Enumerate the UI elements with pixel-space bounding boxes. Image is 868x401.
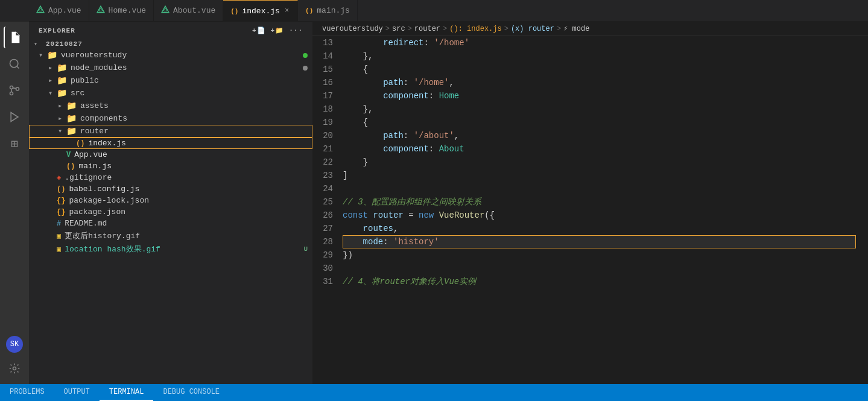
tree-label-components: components xyxy=(80,114,127,123)
activity-account-icon[interactable]: SK xyxy=(6,336,23,353)
tab-bar: App.vueHome.vueAbout.vue()index.js×()mai… xyxy=(0,0,868,22)
svg-point-8 xyxy=(10,86,13,89)
activity-git-icon[interactable] xyxy=(4,80,25,101)
line-num-13: 13 xyxy=(317,36,333,49)
folder-icon-vuerouterstudy: 📁 xyxy=(47,50,57,60)
tree-label-main-js-file: main.js xyxy=(78,162,112,171)
tree-item-main-js-file[interactable]: ()main.js xyxy=(29,160,312,172)
tab-about-vue[interactable]: About.vue xyxy=(154,0,223,22)
breadcrumb-router: router xyxy=(414,25,440,33)
activity-debug-icon[interactable] xyxy=(4,106,25,128)
tree-item-location-gif[interactable]: ▣location hash效果.gifU xyxy=(29,242,312,256)
line-num-14: 14 xyxy=(317,49,333,63)
tab-label-app-vue: App.vue xyxy=(48,6,81,15)
tree-label-index-js-file: index.js xyxy=(88,139,125,148)
line-num-17: 17 xyxy=(317,89,333,103)
line-num-18: 18 xyxy=(317,103,333,116)
file-icon-gitignore: ◈ xyxy=(57,173,61,182)
activity-bar: ⊞ SK xyxy=(0,22,29,384)
svg-point-10 xyxy=(16,87,19,90)
bottom-tab-terminal[interactable]: TERMINAL xyxy=(100,384,154,401)
tree-item-app-vue-file[interactable]: VApp.vue xyxy=(29,149,312,160)
svg-marker-2 xyxy=(97,6,104,13)
tree-label-vuerouterstudy: vuerouterstudy xyxy=(61,51,127,60)
explorer-label: EXPLORER xyxy=(39,27,75,34)
code-line-21: component: About xyxy=(343,142,856,156)
tree-item-readme[interactable]: #README.md xyxy=(29,218,312,229)
bottom-tab-debug-console[interactable]: DEBUG CONSOLE xyxy=(153,384,229,401)
tree-item-router[interactable]: ▾📁router xyxy=(29,125,312,137)
folder-icon-node_modules: 📁 xyxy=(57,63,67,73)
tab-app-vue[interactable]: App.vue xyxy=(29,0,89,22)
tree-item-assets[interactable]: ▸📁assets xyxy=(29,99,312,112)
bottom-tab-problems[interactable]: PROBLEMS xyxy=(0,384,54,401)
svg-marker-4 xyxy=(162,6,169,13)
line-num-26: 26 xyxy=(317,209,333,222)
tree-item-public[interactable]: ▸📁public xyxy=(29,74,312,87)
breadcrumb-router-var: (x) router xyxy=(511,25,554,33)
tree-item-gitignore[interactable]: ◈.gitignore xyxy=(29,172,312,183)
activity-extensions-icon[interactable]: ⊞ xyxy=(4,133,25,154)
code-line-14: }, xyxy=(343,49,856,63)
tab-label-home-vue: Home.vue xyxy=(109,6,146,15)
sidebar: EXPLORER +📄 +📁 ··· 20210827 ▾📁vuerouters… xyxy=(29,22,312,384)
modified-badge-location-gif: U xyxy=(303,245,308,253)
bottom-bar: PROBLEMSOUTPUTTERMINALDEBUG CONSOLE xyxy=(0,384,868,401)
tree-item-index-js-file[interactable]: ()index.js xyxy=(29,137,312,149)
tree-item-package-lock[interactable]: {}package-lock.json xyxy=(29,195,312,206)
tab-icon-home-vue xyxy=(97,5,105,16)
breadcrumb-vuerouterstudy: vuerouterstudy xyxy=(322,25,383,33)
tree-item-package-json[interactable]: {}package.json xyxy=(29,206,312,218)
line-num-21: 21 xyxy=(317,142,333,156)
file-icon-main-js-file: () xyxy=(66,162,75,171)
chevron-router: ▾ xyxy=(58,127,66,136)
line-num-30: 30 xyxy=(317,262,333,275)
new-folder-icon[interactable]: +📁 xyxy=(271,27,285,34)
code-line-20: path: '/about', xyxy=(343,129,856,142)
code-line-25: // 3、配置路由和组件之间映射关系 xyxy=(343,195,856,209)
code-line-17: component: Home xyxy=(343,89,856,103)
tree-item-src[interactable]: ▾📁src xyxy=(29,87,312,99)
code-lines: redirect: '/home' }, { path: '/home', co… xyxy=(343,36,868,384)
code-line-27: routes, xyxy=(343,222,856,235)
activity-search-icon[interactable] xyxy=(4,53,25,75)
breadcrumb-sep-3: > xyxy=(443,25,447,33)
editor-area: vuerouterstudy > src > router > (): inde… xyxy=(312,22,868,384)
folder-icon-router: 📁 xyxy=(66,126,77,136)
activity-files-icon[interactable] xyxy=(4,27,25,48)
tab-main-js[interactable]: ()main.js xyxy=(298,0,358,22)
breadcrumb-bar: vuerouterstudy > src > router > (): inde… xyxy=(312,22,868,36)
tree-label-node_modules: node_modules xyxy=(71,63,127,72)
tree-label-location-gif: location hash效果.gif xyxy=(65,244,160,254)
tab-index-js[interactable]: ()index.js× xyxy=(223,0,298,22)
tree-item-history-gif[interactable]: ▣更改后history.gif xyxy=(29,229,312,242)
code-line-15: { xyxy=(343,63,856,76)
svg-point-14 xyxy=(13,367,16,370)
code-line-31: // 4、将router对象传入Vue实例 xyxy=(343,275,856,288)
tree-item-babel-config[interactable]: ()babel.config.js xyxy=(29,183,312,195)
folder-icon-assets: 📁 xyxy=(66,101,77,111)
root-folder-label: 20210827 xyxy=(46,40,83,48)
code-container[interactable]: 13141516171819202122232425262728293031 r… xyxy=(312,36,868,384)
line-numbers: 13141516171819202122232425262728293031 xyxy=(312,36,343,384)
tab-icon-main-js: () xyxy=(305,6,313,15)
activity-settings-icon[interactable] xyxy=(4,358,25,379)
tab-icon-about-vue xyxy=(161,5,169,16)
code-line-22: } xyxy=(343,156,856,169)
sidebar-header: EXPLORER +📄 +📁 ··· xyxy=(29,22,312,39)
tree-item-node_modules[interactable]: ▸📁node_modules xyxy=(29,62,312,74)
line-num-22: 22 xyxy=(317,156,333,169)
dot-green-vuerouterstudy xyxy=(303,53,308,58)
tree-item-components[interactable]: ▸📁components xyxy=(29,112,312,125)
breadcrumb-sep-4: > xyxy=(504,25,508,33)
line-num-24: 24 xyxy=(317,182,333,195)
tab-close-index-js[interactable]: × xyxy=(284,5,290,16)
more-icon[interactable]: ··· xyxy=(289,27,303,34)
tree-item-vuerouterstudy[interactable]: ▾📁vuerouterstudy xyxy=(29,49,312,62)
line-num-29: 29 xyxy=(317,248,333,262)
tab-home-vue[interactable]: Home.vue xyxy=(89,0,154,22)
line-num-27: 27 xyxy=(317,222,333,235)
root-folder[interactable]: 20210827 xyxy=(29,39,312,49)
new-file-icon[interactable]: +📄 xyxy=(252,27,266,34)
bottom-tab-output[interactable]: OUTPUT xyxy=(54,384,100,401)
